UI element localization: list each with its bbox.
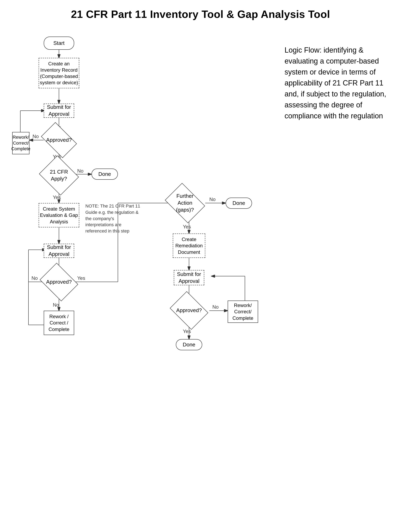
done-2-shape: Done: [226, 197, 252, 209]
note-text: NOTE: The 21 CFR Part 11 Guide e.g. the …: [85, 203, 142, 234]
approved-2-diamond: Approved?: [44, 270, 74, 294]
rework-2-shape: Rework / Correct / Complete: [44, 311, 74, 335]
svg-text:Yes: Yes: [77, 275, 85, 281]
page-title: 21 CFR Part 11 Inventory Tool & Gap Anal…: [12, 8, 389, 20]
further-action-diamond: Further Action (gaps)?: [169, 191, 201, 215]
submit-approval-1-shape: Submit for Approval: [44, 104, 74, 118]
approved-3-diamond: Approved?: [174, 298, 204, 323]
svg-text:No: No: [32, 134, 39, 139]
flowchart: Yes No No Yes No Yes: [12, 28, 276, 516]
approved-1-diamond: Approved?: [44, 130, 74, 150]
cfr-apply-diamond: 21 CFR Apply?: [44, 162, 74, 188]
svg-text:No: No: [77, 168, 84, 174]
submit-approval-3-shape: Submit for Approval: [174, 270, 204, 285]
svg-text:Yes: Yes: [183, 224, 191, 229]
svg-text:No: No: [53, 302, 59, 308]
svg-text:No: No: [209, 196, 216, 202]
logic-text: Logic Flow: identifying & evaluating a c…: [285, 45, 389, 121]
done-3-shape: Done: [176, 339, 202, 350]
rework-3-shape: Rework/ Correct/ Complete: [228, 301, 258, 323]
create-inventory-shape: Create an Inventory Record (Computer-bas…: [39, 58, 79, 88]
create-remediation-shape: Create Remediation Document: [173, 234, 205, 258]
svg-text:No: No: [32, 275, 38, 281]
svg-text:Yes: Yes: [53, 195, 61, 200]
done-1-shape: Done: [91, 169, 118, 180]
start-shape: Start: [44, 37, 74, 50]
submit-approval-2-shape: Submit for Approval: [44, 244, 74, 258]
create-system-eval-shape: Create System Evaluation & Gap Analysis: [39, 203, 79, 228]
rework-1-shape: Rework/ Correct/ Complete: [12, 132, 29, 154]
svg-text:No: No: [212, 304, 219, 310]
svg-text:Yes: Yes: [183, 329, 191, 334]
